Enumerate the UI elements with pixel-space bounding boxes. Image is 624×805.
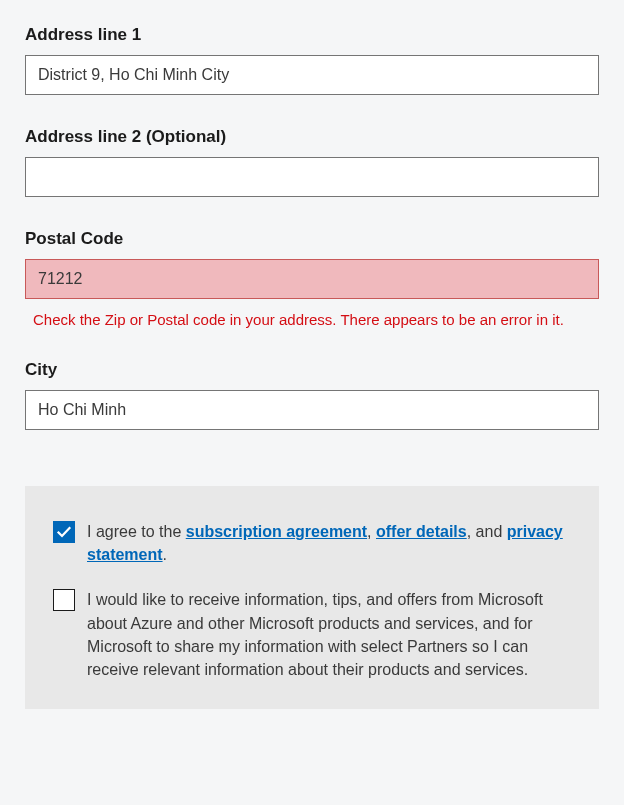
terms-sep2: , and bbox=[467, 523, 507, 540]
marketing-label: I would like to receive information, tip… bbox=[87, 588, 571, 681]
city-label: City bbox=[25, 360, 599, 380]
address-line-2-input[interactable] bbox=[25, 157, 599, 197]
terms-prefix: I agree to the bbox=[87, 523, 186, 540]
terms-sep1: , bbox=[367, 523, 376, 540]
subscription-agreement-link[interactable]: subscription agreement bbox=[186, 523, 367, 540]
consent-box: I agree to the subscription agreement, o… bbox=[25, 486, 599, 709]
city-group: City bbox=[25, 360, 599, 430]
postal-code-error-message: Check the Zip or Postal code in your add… bbox=[25, 311, 599, 328]
address-line-1-label: Address line 1 bbox=[25, 25, 599, 45]
address-line-1-group: Address line 1 bbox=[25, 25, 599, 95]
marketing-checkbox[interactable] bbox=[53, 589, 75, 611]
terms-suffix: . bbox=[163, 546, 167, 563]
postal-code-label: Postal Code bbox=[25, 229, 599, 249]
postal-code-group: Postal Code Check the Zip or Postal code… bbox=[25, 229, 599, 328]
offer-details-link[interactable]: offer details bbox=[376, 523, 467, 540]
terms-checkbox[interactable] bbox=[53, 521, 75, 543]
check-icon bbox=[56, 524, 72, 540]
address-line-2-label: Address line 2 (Optional) bbox=[25, 127, 599, 147]
terms-checkbox-row: I agree to the subscription agreement, o… bbox=[53, 520, 571, 566]
postal-code-input[interactable] bbox=[25, 259, 599, 299]
address-line-1-input[interactable] bbox=[25, 55, 599, 95]
terms-label: I agree to the subscription agreement, o… bbox=[87, 520, 571, 566]
city-input[interactable] bbox=[25, 390, 599, 430]
address-line-2-group: Address line 2 (Optional) bbox=[25, 127, 599, 197]
marketing-checkbox-row: I would like to receive information, tip… bbox=[53, 588, 571, 681]
